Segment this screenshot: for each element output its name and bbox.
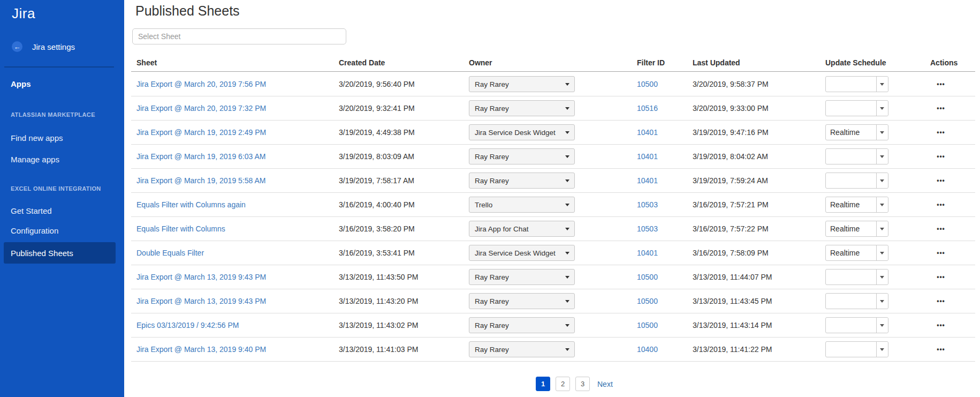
filter-id-link[interactable]: 10503	[637, 200, 658, 209]
owner-select[interactable]: Ray Rarey	[469, 317, 575, 333]
dropdown-arrow-button[interactable]	[876, 269, 888, 284]
owner-select[interactable]: Ray Rarey	[469, 293, 575, 309]
update-schedule-select[interactable]: Realtime	[825, 197, 888, 213]
owner-select[interactable]: Ray Rarey	[469, 148, 575, 164]
dropdown-arrow-button[interactable]	[876, 77, 888, 92]
filter-id-link[interactable]: 10401	[637, 152, 658, 161]
sheet-link[interactable]: Jira Export @ March 13, 2019 9:43 PM	[136, 297, 266, 305]
dropdown-arrow-button[interactable]	[876, 245, 888, 260]
update-schedule-select[interactable]: Realtime	[825, 245, 888, 261]
owner-select[interactable]: Jira Service Desk Widget	[469, 245, 575, 261]
filter-id-link[interactable]: 10503	[637, 224, 658, 233]
sheet-link[interactable]: Equals Filter with Columns	[136, 224, 225, 233]
owner-select-value: Jira App for Chat	[475, 225, 529, 233]
filter-id-link[interactable]: 10500	[637, 321, 658, 329]
update-schedule-select[interactable]	[825, 173, 888, 189]
owner-select[interactable]: Ray Rarey	[469, 100, 575, 116]
chevron-down-icon	[565, 155, 569, 158]
actions-ellipsis-button[interactable]: •••	[929, 249, 953, 257]
actions-ellipsis-button[interactable]: •••	[929, 201, 953, 208]
filter-id-link[interactable]: 10500	[637, 273, 658, 281]
owner-select[interactable]: Ray Rarey	[469, 341, 575, 357]
sidebar-item-manage-apps[interactable]: Manage apps	[0, 150, 124, 168]
filter-id-link[interactable]: 10401	[637, 249, 658, 257]
chevron-down-icon	[880, 324, 884, 327]
filter-id-link[interactable]: 10516	[637, 104, 658, 113]
dropdown-arrow-button[interactable]	[876, 221, 888, 236]
back-arrow-icon[interactable]: ←	[12, 41, 22, 52]
page-button-1[interactable]: 1	[536, 377, 550, 391]
actions-ellipsis-button[interactable]: •••	[929, 177, 953, 184]
actions-ellipsis-button[interactable]: •••	[929, 153, 953, 160]
sidebar-section-atlassian-marketplace: ATLASSIAN MARKETPLACE	[11, 111, 95, 118]
sidebar-item-find-new-apps[interactable]: Find new apps	[0, 129, 124, 147]
page-button-3[interactable]: 3	[575, 377, 590, 391]
sheet-link[interactable]: Double Equals Filter	[136, 249, 204, 257]
update-schedule-select[interactable]	[825, 76, 888, 92]
back-label: Jira settings	[32, 42, 75, 51]
actions-ellipsis-button[interactable]: •••	[929, 104, 953, 112]
dropdown-arrow-button[interactable]	[876, 197, 888, 212]
update-schedule-select[interactable]	[825, 269, 888, 285]
created-date-value: 3/19/2019, 4:49:38 PM	[339, 128, 415, 137]
sidebar-item-label: Configuration	[11, 226, 58, 235]
sidebar-item-configuration[interactable]: Configuration	[0, 221, 124, 239]
actions-ellipsis-button[interactable]: •••	[929, 80, 953, 88]
update-schedule-select[interactable]	[825, 341, 888, 357]
select-sheet-input[interactable]	[132, 28, 346, 44]
back-to-jira-settings-button[interactable]: ← Jira settings	[12, 41, 75, 53]
sheet-link[interactable]: Jira Export @ March 19, 2019 2:49 PM	[136, 128, 266, 137]
created-date-value: 3/16/2019, 3:58:20 PM	[339, 224, 415, 233]
last-updated-value: 3/16/2019, 7:57:22 PM	[693, 224, 769, 233]
owner-select[interactable]: Trello	[469, 197, 575, 213]
sheet-link[interactable]: Jira Export @ March 13, 2019 9:40 PM	[136, 345, 266, 354]
sheet-link[interactable]: Jira Export @ March 19, 2019 6:03 AM	[136, 152, 265, 161]
next-page-link[interactable]: Next	[597, 380, 613, 388]
dropdown-arrow-button[interactable]	[876, 101, 888, 116]
owner-select[interactable]: Ray Rarey	[469, 173, 575, 189]
update-schedule-select[interactable]	[825, 317, 888, 333]
dropdown-arrow-button[interactable]	[876, 149, 888, 164]
dropdown-arrow-button[interactable]	[876, 294, 888, 309]
owner-select-value: Trello	[475, 201, 492, 209]
column-header-actions: Actions	[930, 58, 958, 67]
owner-select[interactable]: Jira App for Chat	[469, 221, 575, 237]
sheet-link[interactable]: Epics 03/13/2019 / 9:42:56 PM	[136, 321, 239, 329]
update-schedule-select[interactable]	[825, 293, 888, 309]
sidebar-item-published-sheets[interactable]: Published Sheets	[4, 242, 116, 264]
dropdown-arrow-button[interactable]	[876, 173, 888, 188]
actions-ellipsis-button[interactable]: •••	[929, 297, 953, 305]
owner-select[interactable]: Jira Service Desk Widget	[469, 124, 575, 140]
update-schedule-value: Realtime	[830, 224, 860, 233]
filter-id-link[interactable]: 10401	[637, 128, 658, 137]
update-schedule-select[interactable]	[825, 148, 888, 164]
sheet-link[interactable]: Jira Export @ March 19, 2019 5:58 AM	[136, 176, 265, 185]
actions-ellipsis-button[interactable]: •••	[929, 225, 953, 233]
owner-select[interactable]: Ray Rarey	[469, 269, 575, 285]
actions-ellipsis-button[interactable]: •••	[929, 321, 953, 329]
sidebar-item-get-started[interactable]: Get Started	[0, 201, 124, 220]
sheet-link[interactable]: Equals Filter with Columns again	[136, 200, 246, 209]
update-schedule-select[interactable]: Realtime	[825, 124, 888, 140]
actions-ellipsis-button[interactable]: •••	[929, 129, 953, 136]
sheet-link[interactable]: Jira Export @ March 20, 2019 7:32 PM	[136, 104, 266, 113]
dropdown-arrow-button[interactable]	[876, 342, 888, 357]
last-updated-value: 3/13/2019, 11:43:45 PM	[693, 297, 772, 305]
dropdown-arrow-button[interactable]	[876, 318, 888, 333]
sheet-link[interactable]: Jira Export @ March 13, 2019 9:43 PM	[136, 273, 266, 281]
filter-id-link[interactable]: 10401	[637, 176, 658, 185]
owner-select-value: Ray Rarey	[475, 177, 509, 185]
filter-id-link[interactable]: 10500	[637, 80, 658, 88]
column-header-update-schedule: Update Schedule	[825, 58, 886, 67]
actions-ellipsis-button[interactable]: •••	[929, 273, 953, 281]
update-schedule-select[interactable]	[825, 100, 888, 116]
actions-ellipsis-button[interactable]: •••	[929, 346, 953, 353]
table-row: Jira Export @ March 13, 2019 9:43 PM3/13…	[131, 289, 975, 313]
filter-id-link[interactable]: 10400	[637, 345, 658, 354]
filter-id-link[interactable]: 10500	[637, 297, 658, 305]
page-button-2[interactable]: 2	[556, 377, 570, 391]
owner-select[interactable]: Ray Rarey	[469, 76, 575, 92]
update-schedule-select[interactable]: Realtime	[825, 221, 888, 237]
sheet-link[interactable]: Jira Export @ March 20, 2019 7:56 PM	[136, 80, 266, 88]
dropdown-arrow-button[interactable]	[876, 125, 888, 140]
